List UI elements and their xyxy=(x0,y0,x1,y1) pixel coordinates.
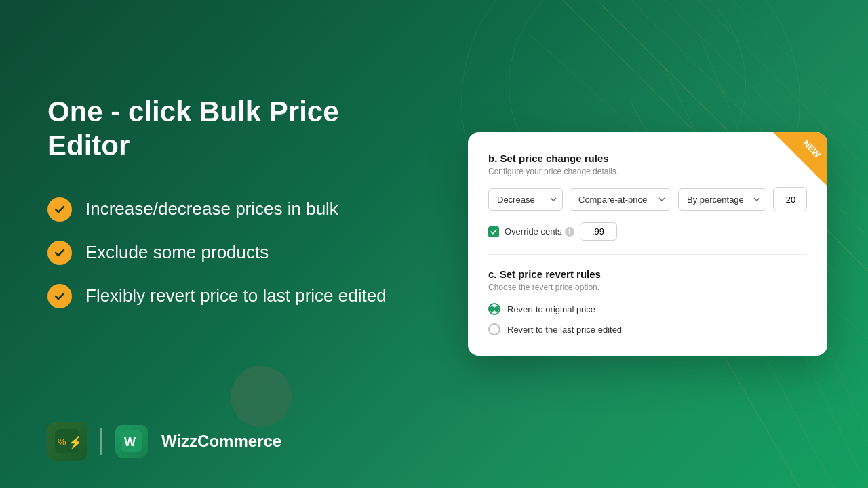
check-icon-3 xyxy=(47,284,72,308)
feature-text-2: Exclude some products xyxy=(85,242,269,263)
revert-radio-group: Revert to original price Revert to the l… xyxy=(488,303,807,336)
info-icon[interactable]: i xyxy=(565,227,574,237)
page-title: One - click Bulk Price Editor xyxy=(47,95,387,163)
radio-label-original: Revert to original price xyxy=(507,304,595,314)
section-b: b. Set price change rules Configure your… xyxy=(488,152,807,241)
feature-list: Increase/decrease prices in bulk Exclude… xyxy=(47,197,387,308)
radio-label-last-edited: Revert to the last price edited xyxy=(507,325,622,335)
svg-line-6 xyxy=(732,0,868,136)
left-panel: One - click Bulk Price Editor Increase/d… xyxy=(0,0,434,488)
brand-name: WizzCommerce xyxy=(161,432,281,451)
decrease-select[interactable]: Decrease Increase xyxy=(488,188,563,211)
radio-item-original[interactable]: Revert to original price xyxy=(488,303,807,315)
radio-item-last-edited[interactable]: Revert to the last price edited xyxy=(488,323,807,336)
section-b-title: b. Set price change rules xyxy=(488,152,807,164)
feature-text-1: Increase/decrease prices in bulk xyxy=(85,199,338,220)
section-b-subtitle: Configure your price change details. xyxy=(488,167,807,176)
feature-item-1: Increase/decrease prices in bulk xyxy=(47,197,387,222)
check-icon-2 xyxy=(47,241,72,265)
compare-at-price-select[interactable]: Compare-at-price Price xyxy=(570,188,671,211)
svg-text:%: % xyxy=(58,436,66,447)
price-controls-row: Decrease Increase Compare-at-price Price… xyxy=(488,187,807,211)
price-editor-card-container: NEW b. Set price change rules Configure … xyxy=(468,132,827,356)
amount-input[interactable] xyxy=(774,189,807,210)
cents-input[interactable] xyxy=(580,222,617,241)
amount-input-wrapper: % ▲ ▼ xyxy=(773,187,807,211)
by-percentage-select[interactable]: By percentage By fixed amount xyxy=(678,188,766,211)
wizzcommerce-icon: W xyxy=(115,425,148,458)
section-c: c. Set price revert rules Choose the rev… xyxy=(488,268,807,336)
feature-item-2: Exclude some products xyxy=(47,241,387,265)
svg-text:⚡: ⚡ xyxy=(68,435,79,450)
override-cents-checkbox[interactable] xyxy=(488,226,499,237)
svg-text:W: W xyxy=(124,435,136,449)
radio-circle-original xyxy=(488,303,500,315)
radio-circle-last-edited xyxy=(488,323,500,336)
section-c-subtitle: Choose the revert price option. xyxy=(488,283,807,292)
feature-text-3: Flexibly revert price to last price edit… xyxy=(85,285,387,306)
section-c-title: c. Set price revert rules xyxy=(488,268,807,280)
feature-item-3: Flexibly revert price to last price edit… xyxy=(47,284,387,308)
brand-divider xyxy=(100,428,102,455)
override-cents-label: Override cents i xyxy=(505,226,574,237)
app-icon: % ⚡ xyxy=(47,422,87,461)
override-cents-row: Override cents i xyxy=(488,222,807,241)
new-badge: NEW xyxy=(773,132,827,186)
check-icon-1 xyxy=(47,197,72,222)
price-editor-card: NEW b. Set price change rules Configure … xyxy=(468,132,827,356)
branding-section: % ⚡ W WizzCommerce xyxy=(47,422,281,461)
section-divider xyxy=(488,254,807,255)
